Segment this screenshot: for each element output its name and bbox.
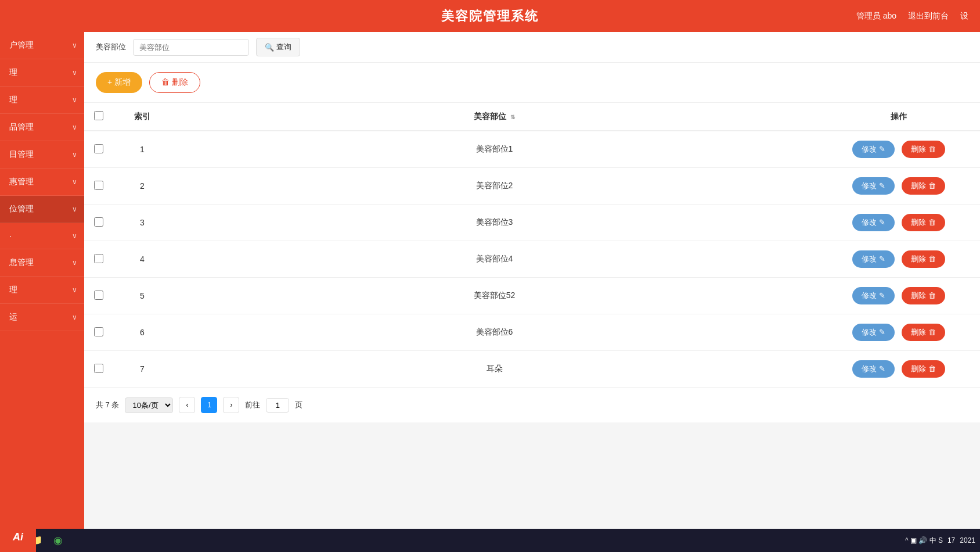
- row-actions: 修改 ✎ 删除 🗑: [817, 131, 980, 168]
- row-name: 美容部位2: [171, 168, 817, 205]
- add-button[interactable]: + 新增: [96, 72, 142, 93]
- row-checkbox-cell: [84, 168, 113, 205]
- row-checkbox[interactable]: [94, 181, 103, 190]
- sidebar-item-position[interactable]: 位管理 ∨: [0, 196, 84, 223]
- table-row: 1 美容部位1 修改 ✎ 删除 🗑: [84, 131, 980, 168]
- delete-button[interactable]: 删除 🗑: [902, 141, 945, 158]
- sidebar-item-label: 理: [9, 95, 17, 105]
- row-checkbox[interactable]: [94, 254, 103, 263]
- taskbar-icon-chrome[interactable]: ◉: [49, 531, 67, 550]
- delete-button[interactable]: 删除 🗑: [902, 324, 945, 341]
- add-button-label: + 新增: [107, 77, 131, 88]
- admin-label: 管理员 abo: [856, 11, 896, 21]
- sort-icon: ⇅: [510, 114, 515, 120]
- edit-button[interactable]: 修改 ✎: [852, 287, 895, 304]
- sidebar-item-label: 目管理: [9, 149, 34, 160]
- chevron-down-icon: ∨: [72, 41, 77, 49]
- table-container: 索引 美容部位 ⇅ 操作 1 美容部位1 修改 ✎: [84, 103, 980, 388]
- edit-button[interactable]: 修改 ✎: [852, 214, 895, 231]
- table-row: 6 美容部位6 修改 ✎ 删除 🗑: [84, 314, 980, 351]
- main-content: 美容部位 🔍 查询 + 新增 🗑 删除 索引: [84, 32, 980, 552]
- page-goto-input[interactable]: [266, 398, 289, 413]
- search-field-label: 美容部位: [96, 42, 126, 52]
- sidebar-item-ops[interactable]: 运 ∨: [0, 304, 84, 331]
- header-checkbox-cell: [84, 103, 113, 131]
- row-checkbox[interactable]: [94, 327, 103, 336]
- table-row: 4 美容部位4 修改 ✎ 删除 🗑: [84, 241, 980, 278]
- edit-button[interactable]: 修改 ✎: [852, 141, 895, 158]
- page-size-select[interactable]: 10条/页 20条/页 50条/页: [125, 397, 173, 413]
- next-page-button[interactable]: ›: [223, 397, 239, 413]
- row-actions: 修改 ✎ 删除 🗑: [817, 241, 980, 278]
- row-actions: 修改 ✎ 删除 🗑: [817, 351, 980, 388]
- delete-button[interactable]: 删除 🗑: [902, 214, 945, 231]
- sidebar-item-label: 户管理: [9, 40, 34, 51]
- batch-delete-button[interactable]: 🗑 删除: [149, 72, 200, 93]
- row-checkbox-cell: [84, 351, 113, 388]
- prev-page-button[interactable]: ‹: [179, 397, 195, 413]
- header-right: 管理员 abo 退出到前台 设: [856, 11, 968, 21]
- taskbar-system-icons: ^ ▣ 🔊 中 S: [905, 536, 943, 546]
- chevron-down-icon: ∨: [72, 205, 77, 213]
- row-checkbox-cell: [84, 278, 113, 314]
- sidebar-item-promo[interactable]: 惠管理 ∨: [0, 169, 84, 196]
- edit-button[interactable]: 修改 ✎: [852, 324, 895, 341]
- table-row: 5 美容部位52 修改 ✎ 删除 🗑: [84, 278, 980, 314]
- row-checkbox[interactable]: [94, 364, 103, 373]
- taskbar-time: 17: [947, 536, 955, 544]
- row-name: 美容部位3: [171, 205, 817, 241]
- table-row: 3 美容部位3 修改 ✎ 删除 🗑: [84, 205, 980, 241]
- delete-button[interactable]: 删除 🗑: [902, 360, 945, 378]
- edit-button[interactable]: 修改 ✎: [852, 250, 895, 268]
- row-name: 美容部位1: [171, 131, 817, 168]
- row-index: 5: [113, 278, 171, 314]
- row-name: 美容部位6: [171, 314, 817, 351]
- select-all-checkbox[interactable]: [94, 111, 103, 120]
- search-input[interactable]: [133, 39, 249, 56]
- sidebar-item-label: 理: [9, 67, 17, 78]
- settings-button[interactable]: 设: [960, 11, 968, 21]
- sidebar-item-info[interactable]: 息管理 ∨: [0, 249, 84, 277]
- row-name: 耳朵: [171, 351, 817, 388]
- row-name: 美容部位52: [171, 278, 817, 314]
- row-checkbox-cell: [84, 205, 113, 241]
- sidebar-item-4[interactable]: 理 ∨: [0, 277, 84, 304]
- table-header-row: 索引 美容部位 ⇅ 操作: [84, 103, 980, 131]
- table-row: 2 美容部位2 修改 ✎ 删除 🗑: [84, 168, 980, 205]
- sidebar: 户管理 ∨ 理 ∨ 理 ∨ 品管理 ∨ 目管理 ∨ 惠管理 ∨ 位管理 ∨ · …: [0, 32, 84, 552]
- logout-button[interactable]: 退出到前台: [908, 11, 949, 21]
- page-unit: 页: [295, 400, 302, 410]
- sidebar-item-1[interactable]: 理 ∨: [0, 59, 84, 87]
- edit-button[interactable]: 修改 ✎: [852, 177, 895, 195]
- sidebar-item-2[interactable]: 理 ∨: [0, 87, 84, 114]
- delete-button[interactable]: 删除 🗑: [902, 177, 945, 195]
- row-checkbox-cell: [84, 314, 113, 351]
- delete-button[interactable]: 删除 🗑: [902, 287, 945, 304]
- sidebar-item-project[interactable]: 目管理 ∨: [0, 141, 84, 169]
- search-btn-label: 查询: [276, 42, 291, 52]
- search-icon: 🔍: [265, 43, 274, 52]
- delete-button[interactable]: 删除 🗑: [902, 250, 945, 268]
- chevron-down-icon: ∨: [72, 286, 77, 294]
- taskbar: ⊞ 📁 ◉ ^ ▣ 🔊 中 S 17 2021: [0, 529, 980, 552]
- chevron-down-icon: ∨: [72, 232, 77, 240]
- ai-badge[interactable]: Ai: [0, 522, 36, 552]
- table-body: 1 美容部位1 修改 ✎ 删除 🗑 2 美容部位2 修改 ✎ 删除 🗑 3 美容…: [84, 131, 980, 388]
- sidebar-item-product[interactable]: 品管理 ∨: [0, 114, 84, 141]
- sidebar-item-3[interactable]: · ∨: [0, 223, 84, 249]
- sidebar-item-customer[interactable]: 户管理 ∨: [0, 32, 84, 59]
- row-checkbox[interactable]: [94, 291, 103, 300]
- taskbar-date: 2021: [960, 536, 975, 544]
- sidebar-item-label: 运: [9, 312, 17, 322]
- pagination: 共 7 条 10条/页 20条/页 50条/页 ‹ 1 › 前往 页: [84, 388, 980, 422]
- edit-button[interactable]: 修改 ✎: [852, 360, 895, 378]
- header-index: 索引: [113, 103, 171, 131]
- row-checkbox[interactable]: [94, 217, 103, 227]
- app-title: 美容院管理系统: [441, 8, 539, 25]
- row-checkbox[interactable]: [94, 144, 103, 153]
- table-row: 7 耳朵 修改 ✎ 删除 🗑: [84, 351, 980, 388]
- page-1-button[interactable]: 1: [201, 397, 217, 413]
- row-index: 2: [113, 168, 171, 205]
- search-button[interactable]: 🔍 查询: [256, 38, 300, 56]
- header-name[interactable]: 美容部位 ⇅: [171, 103, 817, 131]
